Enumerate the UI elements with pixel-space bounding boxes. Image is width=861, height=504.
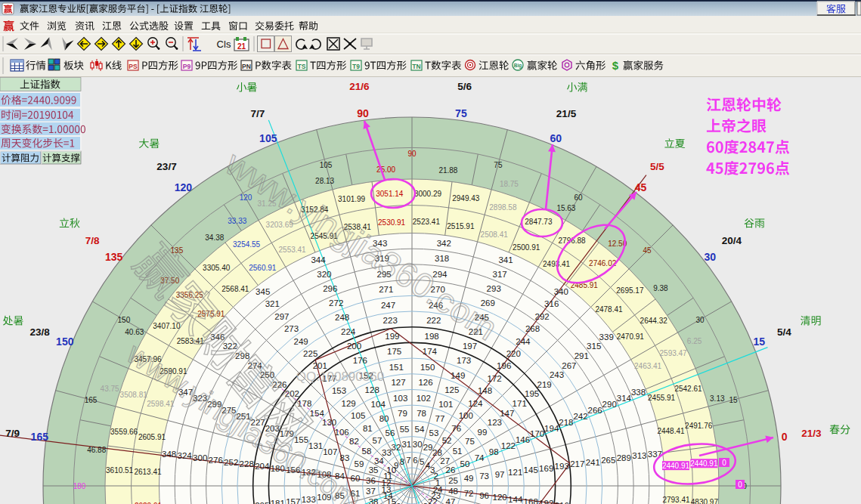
- svg-text:96: 96: [479, 491, 489, 500]
- svg-text:170: 170: [530, 429, 544, 438]
- svg-text:28.13: 28.13: [315, 177, 334, 185]
- svg-text:79: 79: [398, 409, 407, 418]
- svg-text:273: 273: [284, 324, 299, 333]
- svg-text:204: 204: [255, 462, 270, 471]
- svg-text:2448.41: 2448.41: [657, 427, 685, 435]
- svg-text:172: 172: [488, 374, 502, 383]
- svg-text:147: 147: [500, 409, 514, 418]
- svg-text:21/6: 21/6: [349, 81, 370, 92]
- svg-text:0: 0: [722, 459, 726, 467]
- svg-text:73: 73: [479, 472, 489, 481]
- svg-text:341: 341: [498, 255, 513, 264]
- svg-text:6: 6: [413, 456, 417, 465]
- svg-text:2470.91: 2470.91: [617, 332, 645, 341]
- svg-text:342: 342: [437, 239, 451, 248]
- svg-text:21.88: 21.88: [438, 166, 457, 175]
- svg-text:58: 58: [362, 447, 372, 456]
- svg-text:3610.51: 3610.51: [106, 466, 134, 475]
- svg-text:90: 90: [407, 150, 417, 158]
- svg-text:3254.55: 3254.55: [233, 240, 261, 249]
- svg-text:5/5: 5/5: [650, 161, 664, 172]
- svg-text:30: 30: [705, 251, 717, 263]
- svg-text:3051.14: 3051.14: [376, 190, 404, 198]
- svg-text:0: 0: [782, 431, 788, 443]
- svg-text:149: 149: [451, 371, 465, 380]
- svg-text:129: 129: [342, 399, 356, 408]
- svg-text:145: 145: [524, 465, 538, 475]
- svg-text:120: 120: [175, 181, 193, 193]
- svg-text:320: 320: [317, 270, 331, 279]
- svg-text:53: 53: [429, 428, 439, 438]
- svg-text:216: 216: [555, 501, 569, 504]
- svg-text:266: 266: [588, 406, 602, 415]
- svg-text:106: 106: [335, 428, 349, 437]
- svg-text:293: 293: [487, 284, 501, 293]
- svg-text:104: 104: [371, 400, 386, 409]
- svg-text:78: 78: [417, 409, 426, 418]
- svg-text:220: 220: [506, 349, 521, 358]
- svg-text:247: 247: [381, 301, 395, 310]
- svg-text:45: 45: [635, 181, 647, 193]
- svg-text:20/4: 20/4: [722, 235, 742, 246]
- svg-text:3101.99: 3101.99: [338, 195, 366, 203]
- svg-text:83: 83: [340, 453, 350, 462]
- svg-text:23/7: 23/7: [156, 161, 176, 172]
- svg-text:3: 3: [430, 465, 435, 475]
- svg-text:15.63: 15.63: [556, 204, 575, 212]
- svg-text:338: 338: [631, 388, 646, 397]
- svg-text:120: 120: [493, 493, 507, 502]
- svg-text:296: 296: [323, 284, 337, 293]
- svg-text:101: 101: [438, 400, 453, 409]
- svg-text:49: 49: [464, 474, 474, 483]
- svg-text:2542.61: 2542.61: [674, 385, 702, 393]
- svg-text:324: 324: [178, 451, 193, 460]
- svg-text:3305.40: 3305.40: [203, 264, 231, 272]
- svg-text:315: 315: [587, 342, 601, 351]
- svg-text:199: 199: [385, 332, 399, 341]
- svg-text:18.75: 18.75: [500, 180, 519, 188]
- svg-text:15: 15: [753, 335, 765, 348]
- svg-text:131: 131: [308, 441, 323, 450]
- svg-text:25: 25: [448, 476, 458, 485]
- svg-text:97: 97: [495, 470, 505, 479]
- svg-text:4: 4: [426, 461, 431, 470]
- svg-text:35: 35: [369, 465, 379, 475]
- svg-text:$: $: [612, 59, 619, 72]
- svg-text:103: 103: [393, 394, 407, 403]
- svg-text:2508.41: 2508.41: [481, 230, 509, 239]
- svg-text:242: 242: [573, 412, 587, 421]
- svg-text:2463.41: 2463.41: [634, 362, 662, 370]
- svg-text:181: 181: [271, 499, 285, 504]
- svg-text:2605.91: 2605.91: [138, 433, 166, 441]
- svg-text:200: 200: [347, 342, 361, 351]
- svg-text:34: 34: [374, 456, 384, 465]
- svg-text:321: 321: [265, 299, 280, 308]
- svg-text:45: 45: [643, 246, 652, 255]
- svg-text:150: 150: [420, 363, 435, 372]
- svg-text:47: 47: [446, 497, 456, 504]
- svg-text:2530.91: 2530.91: [378, 218, 406, 227]
- svg-text:2793.41: 2793.41: [662, 496, 690, 504]
- svg-text:2440.91: 2440.91: [662, 462, 690, 470]
- svg-text:193: 193: [555, 462, 569, 471]
- svg-text:345: 345: [256, 287, 270, 296]
- svg-text:75: 75: [465, 437, 475, 446]
- svg-text:125: 125: [444, 385, 459, 394]
- svg-text:196: 196: [497, 361, 511, 370]
- svg-text:150: 150: [118, 316, 131, 324]
- svg-text:3407.10: 3407.10: [153, 322, 181, 330]
- svg-text:267: 267: [562, 361, 576, 370]
- svg-text:2500.91: 2500.91: [513, 243, 540, 252]
- svg-text:151: 151: [389, 363, 404, 372]
- svg-text:126: 126: [418, 378, 432, 387]
- svg-text:169: 169: [539, 464, 553, 473]
- svg-text:Cls: Cls: [217, 39, 231, 50]
- svg-text:2644.32: 2644.32: [640, 317, 668, 325]
- svg-text:2568.41: 2568.41: [221, 285, 249, 293]
- svg-text:249: 249: [294, 337, 308, 346]
- svg-text:40.63: 40.63: [125, 328, 144, 336]
- svg-text:43.75: 43.75: [101, 385, 119, 393]
- svg-text:90: 90: [357, 107, 369, 119]
- svg-text:52: 52: [442, 436, 452, 445]
- svg-text:60: 60: [550, 132, 562, 144]
